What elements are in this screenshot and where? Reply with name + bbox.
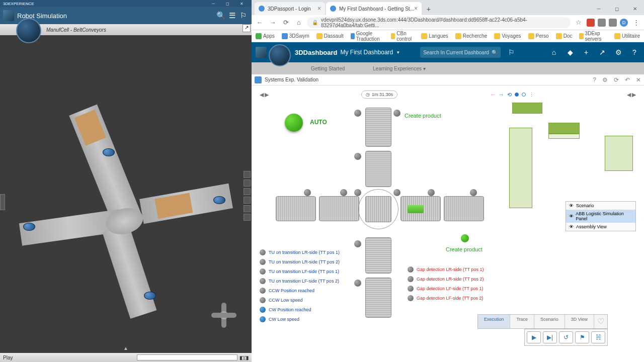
help-icon[interactable]: ? <box>629 47 640 58</box>
close-icon[interactable]: ✕ <box>636 76 641 83</box>
auto-button[interactable] <box>285 114 303 132</box>
bookmark-item[interactable]: Google Traduction <box>351 31 384 42</box>
play-button[interactable]: ▶ <box>527 331 541 343</box>
search-icon[interactable]: 🔍 <box>215 10 226 21</box>
url-field[interactable]: 🔒 vdevpril524dsy.ux.dsone.3ds.com:444/3D… <box>307 17 571 28</box>
scenario-tree-button[interactable]: ☵ <box>591 331 605 343</box>
settings-icon[interactable]: ⚙ <box>613 47 624 58</box>
extension-icon[interactable] <box>587 19 595 27</box>
sync-icon[interactable]: ⟲ <box>507 92 512 98</box>
step-back-icon[interactable]: ◀ <box>260 92 264 98</box>
breakpoint-button[interactable]: ⚑ <box>575 331 589 343</box>
status-icon[interactable]: ◨ <box>244 355 249 360</box>
dashboard-tab[interactable]: Learning Experiences ▾ <box>369 64 430 73</box>
menu-icon[interactable]: ☰ <box>226 10 237 21</box>
home-button[interactable]: ⌂ <box>294 18 304 28</box>
sensor-dot-icon <box>408 295 414 301</box>
chevron-up-icon[interactable]: ▲ <box>123 345 128 351</box>
arrow-right-icon[interactable]: → <box>499 92 504 98</box>
add-icon[interactable]: + <box>581 47 592 58</box>
minimize-button[interactable]: ─ <box>206 0 220 7</box>
bookmark-item[interactable]: Voyages <box>494 33 521 39</box>
share-icon[interactable]: ↗ <box>597 47 608 58</box>
back-icon[interactable]: ↶ <box>625 76 630 83</box>
maximize-button[interactable]: ◻ <box>220 0 234 7</box>
bottom-tab[interactable]: 3D View <box>565 315 594 328</box>
step-button[interactable]: ▶| <box>543 331 557 343</box>
bookmark-item[interactable]: CBn control <box>391 31 414 42</box>
tool-button[interactable] <box>244 205 251 212</box>
bookmark-item[interactable]: 3DSwym <box>282 33 309 39</box>
bottom-tab[interactable]: Scenario <box>534 315 565 328</box>
reload-button[interactable]: ⟳ <box>281 18 291 28</box>
tool-button[interactable] <box>244 179 251 187</box>
more-icon[interactable]: ⋮ <box>529 92 534 98</box>
bottom-tab[interactable]: Execution <box>478 315 511 328</box>
tool-button[interactable] <box>244 197 251 204</box>
tag-icon[interactable]: ⚐ <box>237 10 249 21</box>
tool-button[interactable] <box>244 188 251 195</box>
minimize-button[interactable]: ─ <box>590 2 608 15</box>
extension-icon[interactable] <box>609 19 617 27</box>
profile-avatar[interactable]: D <box>620 19 628 27</box>
browser-tab-active[interactable]: My First Dashboard - Getting St... × <box>326 2 422 15</box>
new-tab-button[interactable]: + <box>423 3 435 15</box>
sensor-label: Gap detection LR-side (TT pos 1) <box>417 267 484 272</box>
help-icon[interactable]: ? <box>593 76 596 83</box>
block-schematic[interactable] <box>495 101 636 216</box>
forward-button[interactable]: → <box>268 18 278 28</box>
dashboard-name[interactable]: My First Dashboard <box>341 49 393 56</box>
tool-button[interactable] <box>244 171 251 178</box>
status-icon[interactable]: ◧ <box>239 355 244 360</box>
view-option[interactable]: 👁Scenario <box>566 202 635 210</box>
arrow-left-icon[interactable]: ← <box>490 92 496 98</box>
step-back-icon[interactable]: ◀ <box>627 92 631 98</box>
close-button[interactable]: ✕ <box>234 0 249 7</box>
browser-tab[interactable]: 3DPassport - Login × <box>255 2 325 15</box>
expand-panel-button[interactable]: ↗ <box>243 24 251 32</box>
bookmark-item[interactable]: Recherche <box>455 33 487 39</box>
reset-button[interactable]: ↺ <box>559 331 573 343</box>
search-icon[interactable]: 🔍 <box>492 50 498 55</box>
extension-icon[interactable] <box>598 19 606 27</box>
bookmark-apps[interactable]: Apps <box>256 33 275 39</box>
breadcrumb-text[interactable]: ManufCell - BeltConveyors <box>46 27 106 33</box>
gear-icon[interactable]: ⚙ <box>602 76 608 83</box>
sensor-dot-icon <box>408 276 414 282</box>
home-icon[interactable]: ⌂ <box>548 47 559 58</box>
simulation-diagram[interactable]: AUTO Create product Create product <box>255 101 641 347</box>
notification-icon[interactable]: ◆ <box>565 47 576 58</box>
bookmark-item[interactable]: Utilitaire <box>614 33 640 39</box>
close-tab-icon[interactable]: × <box>414 5 418 12</box>
dashboard-search[interactable]: Search In Current Dashboard 🔍 <box>420 47 501 58</box>
close-tab-icon[interactable]: × <box>317 5 321 12</box>
bookmark-item[interactable]: 3DExp servers <box>579 31 607 42</box>
step-fwd-icon[interactable]: ▶ <box>632 92 636 98</box>
star-icon[interactable]: ☆ <box>574 18 584 28</box>
bookmark-item[interactable]: Langues <box>421 33 448 39</box>
maximize-button[interactable]: ◻ <box>608 2 626 15</box>
view-option[interactable]: 👁ABB Logistic Simulation Panel <box>566 210 635 223</box>
menu-icon[interactable]: ⋮ <box>631 18 641 28</box>
compass-icon[interactable] <box>16 18 41 43</box>
bottom-tab[interactable]: Trace <box>510 315 534 328</box>
3d-viewport[interactable]: ▲ <box>0 35 252 353</box>
view-option[interactable]: 👁Assembly View <box>566 223 635 231</box>
tag-icon[interactable]: ⚐ <box>506 47 517 58</box>
chevron-down-icon[interactable]: ▼ <box>396 50 400 55</box>
bookmark-item[interactable]: Doc <box>556 33 573 39</box>
compass-icon[interactable] <box>269 44 291 66</box>
page-dot[interactable] <box>515 93 519 97</box>
tool-button[interactable] <box>244 214 251 221</box>
refresh-icon[interactable]: ⟳ <box>614 76 619 83</box>
back-button[interactable]: ← <box>255 18 265 28</box>
view-navigator[interactable] <box>211 303 236 328</box>
page-dot[interactable] <box>522 93 526 97</box>
heart-icon[interactable]: ♡ <box>594 315 607 328</box>
dashboard-tab[interactable]: Getting Started <box>307 64 349 73</box>
bookmark-item[interactable]: Dassault <box>316 33 344 39</box>
bookmark-item[interactable]: Perso <box>528 33 549 39</box>
step-fwd-icon[interactable]: ▶ <box>265 92 269 98</box>
status-input[interactable] <box>137 354 237 360</box>
close-button[interactable]: ✕ <box>626 2 644 15</box>
